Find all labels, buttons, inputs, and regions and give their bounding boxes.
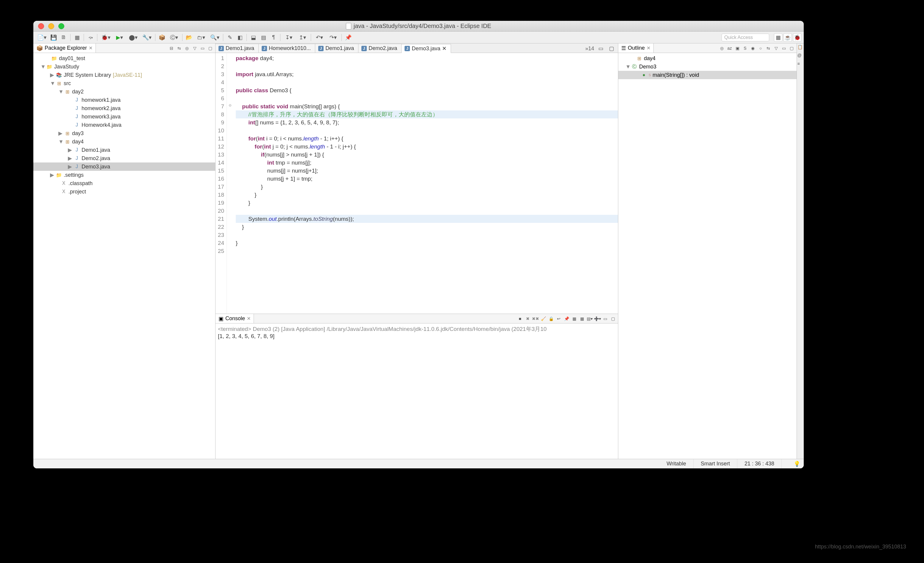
editor-tab[interactable]: JDemo3.java✕ — [402, 44, 451, 53]
code-line[interactable]: int tmp = nums[j]; — [236, 159, 618, 167]
save-all-button[interactable]: 🗎 — [60, 33, 68, 42]
expand-arrow-icon[interactable]: ▶ — [68, 147, 72, 153]
save-button[interactable]: 💾 — [50, 33, 58, 42]
mark-button[interactable]: ◧ — [236, 33, 244, 42]
new-button[interactable]: 📄▾ — [36, 33, 48, 42]
link-editor-button[interactable]: ⇆ — [176, 45, 183, 51]
tree-item[interactable]: ▶📚JRE System Library [JavaSE-11] — [33, 71, 215, 79]
code-line[interactable]: nums[j] = nums[j+1]; — [236, 167, 618, 175]
outline-item[interactable]: ●Smain(String[]) : void — [618, 71, 796, 79]
code-line[interactable]: //冒泡排序，升序，大的值在右（降序比较判断时相反即可，大的值在左边） — [236, 111, 618, 118]
tree-item[interactable]: Jhomework2.java — [33, 104, 215, 112]
open-task-button[interactable]: 🗀▾ — [195, 33, 207, 42]
outline-tab[interactable]: ☰ Outline ✕ — [618, 43, 654, 53]
code-line[interactable]: package day4; — [236, 54, 618, 62]
show-whitespace-button[interactable]: ¶ — [269, 33, 278, 42]
expand-arrow-icon[interactable]: ▶ — [58, 130, 63, 136]
expand-arrow-icon[interactable]: ▼ — [50, 80, 54, 87]
maximize-view-button[interactable]: ▢ — [207, 45, 213, 51]
hide-nonpublic-button[interactable]: ◉ — [750, 45, 756, 51]
code-line[interactable] — [236, 247, 618, 255]
close-icon[interactable]: ✕ — [89, 45, 93, 51]
remove-all-button[interactable]: ✖✖ — [532, 316, 539, 322]
code-line[interactable] — [236, 62, 618, 70]
minimize-view-button[interactable]: ▭ — [199, 45, 206, 51]
code-line[interactable] — [236, 94, 618, 102]
editor-tab[interactable]: JDemo1.java — [216, 44, 259, 53]
tip-icon[interactable]: 💡 — [794, 461, 804, 467]
code-line[interactable] — [236, 78, 618, 86]
tree-item[interactable]: ▶⊞day3 — [33, 129, 215, 138]
tree-item[interactable]: 📁day01_test — [33, 54, 215, 63]
code-editor[interactable]: 1234567891011121314151617181920212223242… — [216, 53, 618, 314]
block-select-button[interactable]: ▤ — [259, 33, 268, 42]
focus-task-button[interactable]: ◎ — [184, 45, 190, 51]
tree-item[interactable]: Jhomework1.java — [33, 96, 215, 104]
coverage-button[interactable]: ⬤▾ — [127, 33, 139, 42]
editor-tab[interactable]: JDemo1.java — [315, 44, 358, 53]
tree-item[interactable]: ▶JDemo1.java — [33, 146, 215, 154]
expand-arrow-icon[interactable]: ▶ — [68, 155, 72, 162]
javadoc-button[interactable]: @ — [798, 53, 804, 59]
open-console-button[interactable]: ▤▾ — [586, 316, 593, 322]
scroll-lock-button[interactable]: 🔒 — [548, 316, 554, 322]
pin-button[interactable]: 📌 — [344, 33, 352, 42]
debug-perspective-button[interactable]: 🐞 — [793, 33, 801, 42]
expand-arrow-icon[interactable]: ▼ — [58, 139, 63, 145]
remove-launch-button[interactable]: ✖ — [525, 316, 531, 322]
skip-breakpoints-button[interactable]: ⤼ — [86, 33, 94, 42]
close-tab-icon[interactable]: ✕ — [442, 45, 447, 52]
prev-annotation-button[interactable]: ↥▾ — [297, 33, 308, 42]
view-menu-button[interactable]: ▽ — [191, 45, 198, 51]
code-line[interactable] — [236, 207, 618, 215]
toggle-breadcrumb-button[interactable]: ⬓ — [249, 33, 258, 42]
close-icon[interactable]: ✕ — [646, 45, 650, 51]
quick-access-input[interactable]: Quick Access — [722, 34, 769, 41]
back-button[interactable]: ↶▾ — [314, 33, 326, 42]
minimize-view-button[interactable]: ▭ — [780, 45, 787, 51]
tree-item[interactable]: Jhomework3.java — [33, 112, 215, 121]
collapse-all-button[interactable]: ⊟ — [168, 45, 175, 51]
tree-item[interactable]: ▼📁JavaStudy — [33, 63, 215, 71]
tabs-overflow-button[interactable]: »14 — [585, 45, 594, 52]
tree-item[interactable]: ▼⊞day4 — [33, 138, 215, 146]
java-perspective-button[interactable]: ☕ — [783, 33, 792, 42]
task-list-button[interactable]: 📋 — [798, 45, 804, 51]
tree-item[interactable]: X.project — [33, 187, 215, 196]
clear-console-button[interactable]: 🧹 — [540, 316, 546, 322]
expand-arrow-icon[interactable]: ▼ — [626, 64, 630, 70]
code-line[interactable]: if(nums[j] > nums[j + 1]) { — [236, 151, 618, 159]
fold-marker[interactable]: ⊖ — [227, 101, 233, 109]
maximize-console-button[interactable]: ▢ — [610, 316, 616, 322]
tree-item[interactable]: ▶📁.settings — [33, 171, 215, 179]
outline-tree[interactable]: ⊞day4▼ⒸDemo3●Smain(String[]) : void — [618, 53, 796, 459]
code-line[interactable]: public static void main(String[] args) { — [236, 102, 618, 111]
ext-tools-button[interactable]: 🔧▾ — [141, 33, 153, 42]
outline-item[interactable]: ▼ⒸDemo3 — [618, 63, 796, 71]
code-line[interactable]: } — [236, 199, 618, 207]
tree-item[interactable]: ▶JDemo3.java — [33, 162, 215, 171]
show-stderr-button[interactable]: ▦ — [579, 316, 585, 322]
minimize-console-button[interactable]: ▭ — [602, 316, 609, 322]
package-explorer-tab[interactable]: 📦 Package Explorer ✕ — [33, 43, 96, 53]
tree-item[interactable]: ▶JDemo2.java — [33, 154, 215, 162]
editor-tab[interactable]: JHomework1010... — [259, 44, 315, 53]
folding-bar[interactable]: ⊖ — [227, 53, 233, 314]
code-line[interactable]: } — [236, 239, 618, 247]
code-content[interactable]: package day4;import java.util.Arrays;pub… — [233, 53, 618, 314]
tree-item[interactable]: ▼⊞day2 — [33, 87, 215, 96]
tree-item[interactable]: ▼⊞src — [33, 79, 215, 87]
code-line[interactable] — [236, 126, 618, 135]
new-console-button[interactable]: ➕▾ — [594, 316, 601, 322]
focus-button[interactable]: ◎ — [718, 45, 725, 51]
hide-fields-button[interactable]: ▣ — [734, 45, 741, 51]
link-button[interactable]: ⇆ — [765, 45, 772, 51]
terminate-button[interactable]: ■ — [517, 316, 524, 322]
new-package-button[interactable]: 📦 — [158, 33, 166, 42]
show-stdout-button[interactable]: ▦ — [571, 316, 578, 322]
expand-arrow-icon[interactable]: ▶ — [50, 172, 54, 178]
outline-item[interactable]: ⊞day4 — [618, 54, 796, 63]
code-line[interactable]: public class Demo3 { — [236, 86, 618, 94]
package-explorer-tree[interactable]: 📁day01_test▼📁JavaStudy▶📚JRE System Libra… — [33, 53, 215, 459]
expand-arrow-icon[interactable]: ▼ — [58, 89, 63, 95]
